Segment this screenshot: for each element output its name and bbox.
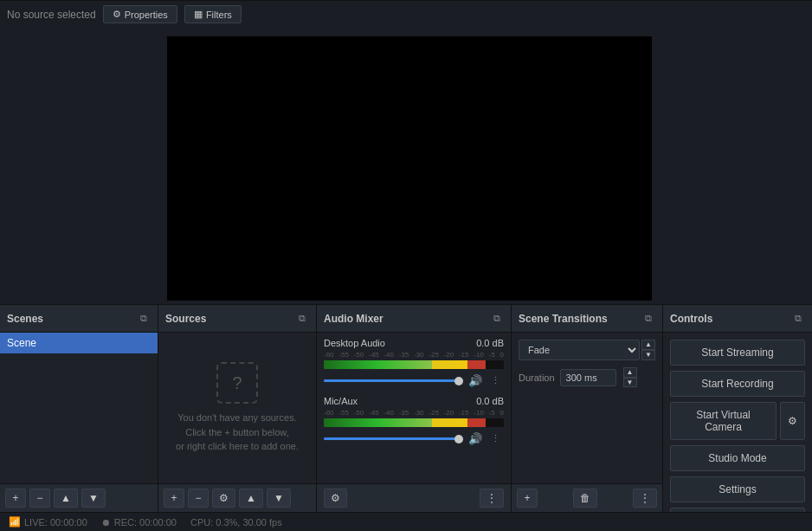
controls-content: Start Streaming Start Recording Start Vi…: [663, 333, 812, 531]
properties-button[interactable]: ⚙ Properties: [103, 5, 177, 23]
sources-settings-button[interactable]: ⚙: [212, 489, 235, 508]
desktop-audio-menu-button[interactable]: ⋮: [487, 373, 504, 388]
desktop-volume-slider[interactable]: [324, 379, 463, 382]
scenes-down-button[interactable]: ▼: [81, 489, 106, 508]
controls-panel-header: Controls ⧉: [663, 305, 812, 333]
audio-channels: Desktop Audio 0.0 dB -60-55-50-45-40-35-…: [317, 333, 511, 483]
virtual-camera-settings-button[interactable]: ⚙: [780, 402, 805, 440]
duration-up-arrow[interactable]: ▲: [623, 367, 637, 378]
sources-down-button[interactable]: ▼: [267, 489, 291, 508]
controls-panel: Controls ⧉ Start Streaming Start Recordi…: [663, 305, 812, 512]
transition-up-arrow[interactable]: ▲: [641, 340, 655, 350]
right-spacer: [661, 28, 812, 304]
transition-select[interactable]: Fade: [519, 340, 640, 360]
audio-panel-title: Audio Mixer: [324, 313, 383, 325]
no-source-text: No source selected: [7, 9, 96, 21]
scenes-panel-title: Scenes: [7, 313, 43, 325]
live-status: 📶 LIVE: 00:00:00: [9, 516, 87, 528]
start-virtual-camera-button[interactable]: Start Virtual Camera: [670, 402, 777, 440]
transitions-content: Fade ▲ ▼ Duration ▲ ▼: [512, 333, 662, 483]
transitions-panel-menu[interactable]: ⧉: [641, 311, 655, 326]
rec-status: ⏺ REC: 00:00:00: [101, 517, 177, 528]
transition-spinners: ▲ ▼: [641, 340, 655, 359]
sources-empty: ? You don't have any sources.Click the +…: [158, 333, 316, 483]
start-streaming-button[interactable]: Start Streaming: [670, 340, 805, 366]
mic-audio-header: Mic/Aux 0.0 dB: [324, 396, 504, 406]
filters-label: Filters: [206, 10, 232, 20]
mic-audio-db: 0.0 dB: [476, 396, 504, 406]
filters-button[interactable]: ▦ Filters: [184, 5, 242, 23]
sources-up-button[interactable]: ▲: [239, 489, 263, 508]
studio-mode-button[interactable]: Studio Mode: [670, 445, 805, 471]
scenes-up-button[interactable]: ▲: [54, 489, 78, 508]
rec-time: REC: 00:00:00: [114, 517, 177, 528]
transitions-panel-title: Scene Transitions: [519, 313, 608, 325]
desktop-meter-red: [467, 360, 486, 369]
source-bar: No source selected ⚙ Properties ▦ Filter…: [0, 0, 812, 28]
desktop-audio-header: Desktop Audio 0.0 dB: [324, 338, 504, 348]
sources-remove-button[interactable]: −: [188, 489, 209, 508]
mic-volume-slider[interactable]: [324, 437, 463, 440]
start-recording-button[interactable]: Start Recording: [670, 371, 805, 397]
transitions-panel-header: Scene Transitions ⧉: [512, 305, 662, 333]
mic-audio-name: Mic/Aux: [324, 396, 358, 406]
desktop-audio-meter: [324, 360, 504, 369]
mic-audio-meter-labels: -60-55-50-45-40-35-30-25-20-15-10-50: [324, 409, 504, 417]
left-spacer: [0, 28, 158, 304]
live-time: LIVE: 00:00:00: [24, 517, 87, 528]
transition-down-arrow[interactable]: ▼: [641, 350, 655, 360]
top-area: [0, 28, 812, 304]
sources-panel-menu[interactable]: ⧉: [295, 311, 309, 326]
scenes-footer: + − ▲ ▼: [0, 483, 158, 512]
duration-down-arrow[interactable]: ▼: [623, 378, 637, 388]
scenes-panel: Scenes ⧉ Scene + − ▲ ▼: [0, 305, 158, 512]
sources-footer: + − ⚙ ▲ ▼: [158, 483, 316, 512]
audio-channel-mic: Mic/Aux 0.0 dB -60-55-50-45-40-35-30-25-…: [324, 396, 504, 447]
transitions-menu-button[interactable]: ⋮: [633, 489, 657, 508]
audio-panel-menu[interactable]: ⧉: [490, 311, 504, 326]
mic-meter-green: [324, 418, 432, 427]
mic-audio-menu-button[interactable]: ⋮: [487, 431, 504, 446]
sources-empty-text: You don't have any sources.Click the + b…: [176, 411, 299, 454]
scenes-panel-menu[interactable]: ⧉: [137, 311, 151, 326]
sources-panel-header: Sources ⧉: [158, 305, 316, 333]
sources-panel-title: Sources: [165, 313, 206, 325]
mic-mute-button[interactable]: 🔊: [467, 431, 484, 447]
desktop-meter-yellow: [432, 360, 468, 369]
controls-panel-title: Controls: [670, 313, 712, 325]
mic-audio-controls: 🔊 ⋮: [324, 431, 504, 447]
controls-panel-menu[interactable]: ⧉: [791, 311, 805, 326]
mic-meter-red: [467, 418, 486, 427]
scenes-list: Scene: [0, 333, 158, 483]
transitions-add-button[interactable]: +: [517, 489, 538, 508]
properties-label: Properties: [125, 10, 168, 20]
audio-footer: ⚙ ⋮: [317, 483, 511, 512]
virtual-camera-row: Start Virtual Camera ⚙: [670, 402, 805, 440]
sources-panel: Sources ⧉ ? You don't have any sources.C…: [158, 305, 317, 512]
main-bottom: Scenes ⧉ Scene + − ▲ ▼ Sources ⧉ ? You d…: [0, 304, 812, 512]
transitions-panel: Scene Transitions ⧉ Fade ▲ ▼ Duration ▲ …: [512, 305, 663, 512]
duration-input[interactable]: [560, 369, 616, 386]
sources-add-button[interactable]: +: [164, 489, 184, 508]
transition-select-row: Fade ▲ ▼: [519, 340, 655, 360]
preview-canvas: [167, 36, 652, 301]
mic-meter-yellow: [432, 418, 468, 427]
audio-mixer-panel: Audio Mixer ⧉ Desktop Audio 0.0 dB -60-5…: [317, 305, 512, 512]
scenes-remove-button[interactable]: −: [29, 489, 50, 508]
rec-icon: ⏺: [101, 517, 111, 528]
audio-menu-footer-button[interactable]: ⋮: [480, 489, 504, 508]
desktop-meter-green: [324, 360, 432, 369]
transitions-footer: + 🗑 ⋮: [512, 483, 662, 512]
scenes-add-button[interactable]: +: [5, 489, 26, 508]
settings-button[interactable]: Settings: [670, 476, 805, 502]
scene-item[interactable]: Scene: [0, 333, 158, 353]
properties-icon: ⚙: [113, 9, 121, 20]
scenes-panel-header: Scenes ⧉: [0, 305, 158, 333]
sources-empty-icon: ?: [216, 362, 258, 404]
desktop-audio-meter-labels: -60-55-50-45-40-35-30-25-20-15-10-50: [324, 351, 504, 359]
cpu-text: CPU: 0.3%, 30.00 fps: [190, 517, 282, 528]
audio-settings-button[interactable]: ⚙: [324, 489, 347, 508]
desktop-mute-button[interactable]: 🔊: [467, 372, 484, 389]
desktop-audio-db: 0.0 dB: [476, 338, 504, 348]
transitions-remove-button[interactable]: 🗑: [573, 489, 597, 508]
